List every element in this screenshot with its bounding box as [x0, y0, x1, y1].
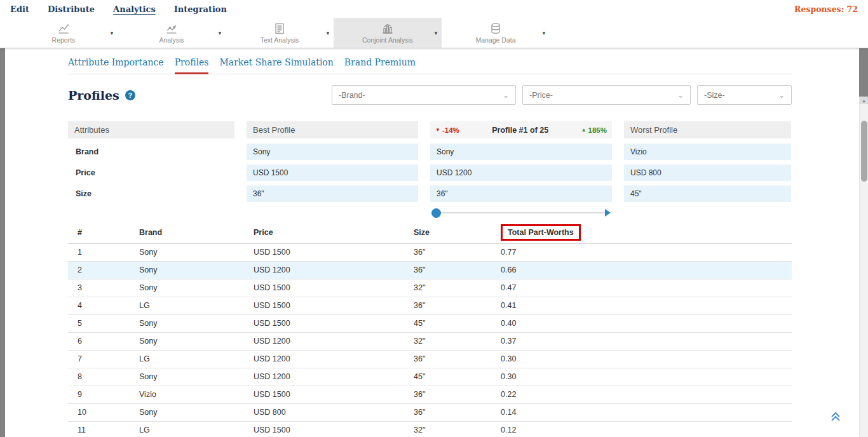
current-profile-column: ▼-14% Profile #1 of 25 ▲185% Sony USD 12…: [430, 121, 612, 218]
table-cell: USD 1200: [254, 332, 414, 350]
table-row[interactable]: 4LGUSD 150036"0.41: [68, 297, 792, 314]
brand-filter-dropdown[interactable]: -Brand- ⌄: [332, 85, 516, 105]
scrollbar-up-arrow-icon[interactable]: ▲: [860, 97, 868, 104]
table-cell: USD 1200: [254, 368, 414, 386]
price-filter-dropdown[interactable]: -Price- ⌄: [522, 85, 691, 105]
chevron-down-icon: ⌄: [778, 91, 785, 100]
worst-profile-column: Worst Profile Vizio USD 800 45": [624, 121, 791, 206]
triangle-down-icon: ▼: [435, 128, 440, 133]
tab-market-share-simulation[interactable]: Market Share Simulation: [219, 57, 333, 74]
table-cell: 0.22: [501, 386, 792, 403]
page-title: Profiles: [68, 88, 119, 102]
table-row[interactable]: 10SonyUSD 80036"0.14: [68, 403, 792, 421]
decrease-percentage: ▼-14%: [435, 126, 459, 134]
table-row[interactable]: 8SonyUSD 120045"0.30: [68, 368, 792, 386]
toolbar-item-reports[interactable]: Reports ▼: [10, 18, 118, 48]
scroll-to-top-button[interactable]: [829, 409, 843, 426]
table-cell: USD 800: [254, 403, 414, 421]
toolbar-item-text-analysis[interactable]: Text Analysis ▼: [226, 18, 334, 48]
toolbar-item-analysis[interactable]: Analysis ▼: [118, 18, 226, 48]
table-cell: 36": [414, 261, 501, 279]
chevron-down-icon[interactable]: ▼: [541, 30, 546, 36]
table-row[interactable]: 2SonyUSD 120036"0.66: [68, 261, 792, 279]
line-chart-icon: [57, 22, 70, 35]
table-cell: 10: [68, 403, 139, 421]
tab-attribute-importance[interactable]: Attribute Importance: [68, 57, 164, 74]
table-row[interactable]: 1SonyUSD 150036"0.77: [68, 243, 792, 261]
table-cell: 1: [68, 243, 139, 261]
analytics-toolbar: Reports ▼ Analysis ▼ Text Analysis ▼ Con…: [0, 18, 868, 48]
table-cell: Vizio: [139, 386, 254, 403]
table-row[interactable]: 3SonyUSD 150032"0.47: [68, 279, 792, 297]
table-row[interactable]: 9VizioUSD 150036"0.22: [68, 386, 792, 403]
content-area: Attribute Importance Profiles Market Sha…: [0, 48, 868, 437]
table-cell: 6: [68, 332, 139, 350]
table-row[interactable]: 6SonyUSD 120032"0.37: [68, 332, 792, 350]
table-cell: 45": [414, 368, 501, 386]
attribute-label: Size: [68, 185, 234, 202]
table-cell: 0.77: [501, 243, 792, 261]
toolbar-item-manage-data[interactable]: Manage Data ▼: [442, 18, 550, 48]
table-header-row: # Brand Price Size Total Part-Worths: [68, 222, 792, 243]
table-cell: 8: [68, 368, 139, 386]
best-profile-size: 36": [247, 185, 418, 202]
tab-profiles[interactable]: Profiles: [175, 57, 209, 74]
col-header-number: #: [68, 222, 139, 243]
table-cell: 32": [414, 279, 501, 297]
brand-filter-value: -Brand-: [339, 91, 365, 100]
toolbar-label: Analysis: [159, 36, 184, 44]
chevron-down-icon[interactable]: ▼: [217, 30, 222, 36]
table-cell: 0.37: [501, 332, 792, 350]
col-header-price: Price: [254, 222, 414, 243]
current-profile-price: USD 1200: [430, 165, 612, 181]
slider-handle[interactable]: [431, 208, 441, 218]
table-cell: 36": [414, 403, 501, 421]
responses-count[interactable]: Responses: 72: [794, 4, 858, 14]
vertical-scrollbar[interactable]: ▲: [859, 97, 868, 437]
toolbar-label: Manage Data: [475, 36, 515, 44]
text-document-icon: [273, 22, 286, 35]
table-row[interactable]: 7LGUSD 120036"0.30: [68, 350, 792, 368]
best-profile-header: Best Profile: [247, 121, 418, 138]
size-filter-dropdown[interactable]: -Size- ⌄: [697, 85, 792, 105]
attributes-header: Attributes: [68, 121, 234, 138]
current-profile-brand: Sony: [430, 144, 612, 160]
double-chevron-up-icon: [829, 409, 843, 423]
profiles-table: # Brand Price Size Total Part-Worths 1So…: [68, 222, 792, 437]
best-profile-brand: Sony: [247, 144, 418, 160]
current-profile-title: Profile #1 of 25: [492, 126, 548, 135]
scrollbar-thumb[interactable]: [861, 121, 867, 182]
conjoint-chart-icon: [381, 22, 394, 35]
profile-slider[interactable]: [430, 207, 612, 218]
table-cell: 0.40: [501, 314, 792, 332]
tab-brand-premium[interactable]: Brand Premium: [344, 57, 416, 74]
table-row[interactable]: 5SonyUSD 150045"0.40: [68, 314, 792, 332]
help-icon[interactable]: ?: [125, 90, 135, 100]
top-navigation: Edit Distribute Analytics Integration Re…: [0, 0, 868, 18]
table-cell: 36": [414, 350, 501, 368]
current-profile-size: 36": [430, 185, 612, 202]
slider-next-arrow-icon[interactable]: [605, 209, 611, 217]
table-cell: 7: [68, 350, 139, 368]
nav-item-distribute[interactable]: Distribute: [48, 4, 95, 14]
toolbar-label: Reports: [52, 36, 76, 44]
table-row[interactable]: 11LGUSD 150032"0.12: [68, 421, 792, 437]
table-cell: 36": [414, 243, 501, 261]
nav-item-analytics[interactable]: Analytics: [113, 4, 156, 14]
nav-item-edit[interactable]: Edit: [10, 4, 29, 14]
table-cell: Sony: [139, 261, 254, 279]
table-cell: 5: [68, 314, 139, 332]
worst-profile-price: USD 800: [624, 165, 791, 181]
table-cell: LG: [139, 421, 254, 437]
best-profile-price: USD 1500: [247, 165, 418, 181]
chevron-down-icon[interactable]: ▼: [109, 30, 114, 36]
chevron-down-icon[interactable]: ▼: [325, 30, 330, 36]
chevron-down-icon[interactable]: ▼: [433, 30, 438, 36]
table-cell: 4: [68, 297, 139, 314]
toolbar-item-conjoint-analysis[interactable]: Conjoint Analysis ▼: [334, 18, 442, 48]
table-cell: 9: [68, 386, 139, 403]
nav-item-integration[interactable]: Integration: [174, 4, 227, 14]
table-cell: 0.41: [501, 297, 792, 314]
slider-track[interactable]: [441, 212, 605, 213]
table-cell: 36": [414, 297, 501, 314]
